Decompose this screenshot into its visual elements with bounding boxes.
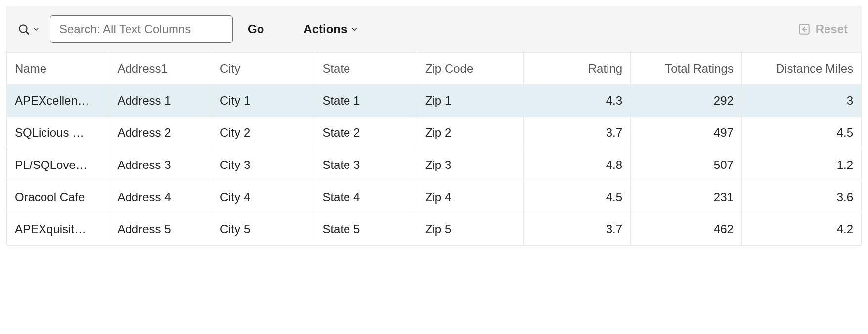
table-row[interactable]: APEXquisit…Address 5City 5State 5Zip 53.… xyxy=(7,213,862,246)
col-header-rating[interactable]: Rating xyxy=(524,53,631,85)
cell-total-ratings: 231 xyxy=(631,181,742,213)
col-header-city[interactable]: City xyxy=(212,53,314,85)
cell-distance: 3.6 xyxy=(741,181,861,213)
cell-address1: Address 3 xyxy=(109,149,212,181)
cell-total-ratings: 292 xyxy=(631,85,742,117)
cell-total-ratings: 497 xyxy=(631,117,742,149)
actions-menu-button[interactable]: Actions xyxy=(299,18,364,40)
cell-state: State 4 xyxy=(314,181,417,213)
chevron-down-icon xyxy=(32,25,40,33)
col-header-distance[interactable]: Distance Miles xyxy=(741,53,861,85)
go-button[interactable]: Go xyxy=(243,18,269,40)
cell-state: State 1 xyxy=(314,85,417,117)
search-column-selector[interactable] xyxy=(17,23,40,36)
cell-total-ratings: 507 xyxy=(631,149,742,181)
chevron-down-icon xyxy=(350,25,359,34)
table-body: APEXcellen…Address 1City 1State 1Zip 14.… xyxy=(7,85,862,246)
cell-city: City 4 xyxy=(212,181,314,213)
cell-distance: 4.2 xyxy=(741,213,861,246)
cell-name: PL/SQLove… xyxy=(7,149,109,181)
reset-label: Reset xyxy=(816,22,848,36)
svg-line-1 xyxy=(26,32,29,34)
cell-rating: 4.5 xyxy=(524,181,631,213)
reset-button[interactable]: Reset xyxy=(795,22,851,37)
cell-zip: Zip 2 xyxy=(417,117,523,149)
col-header-total-ratings[interactable]: Total Ratings xyxy=(631,53,742,85)
cell-address1: Address 1 xyxy=(109,85,212,117)
cell-city: City 2 xyxy=(212,117,314,149)
cell-state: State 3 xyxy=(314,149,417,181)
cell-rating: 3.7 xyxy=(524,117,631,149)
reset-icon xyxy=(798,23,811,36)
results-table: Name Address1 City State Zip Code Rating… xyxy=(6,52,862,246)
table-row[interactable]: PL/SQLove…Address 3City 3State 3Zip 34.8… xyxy=(7,149,862,181)
cell-city: City 1 xyxy=(212,85,314,117)
cell-state: State 5 xyxy=(314,213,417,246)
cell-name: APEXquisit… xyxy=(7,213,109,246)
cell-distance: 4.5 xyxy=(741,117,861,149)
report-toolbar: Go Actions Reset xyxy=(6,6,862,52)
cell-rating: 4.8 xyxy=(524,149,631,181)
cell-distance: 3 xyxy=(741,85,861,117)
cell-state: State 2 xyxy=(314,117,417,149)
col-header-name[interactable]: Name xyxy=(7,53,109,85)
cell-rating: 3.7 xyxy=(524,213,631,246)
cell-total-ratings: 462 xyxy=(631,213,742,246)
table-header-row: Name Address1 City State Zip Code Rating… xyxy=(7,53,862,85)
table-row[interactable]: Oracool CafeAddress 4City 4State 4Zip 44… xyxy=(7,181,862,213)
search-icon xyxy=(17,23,30,36)
cell-address1: Address 2 xyxy=(109,117,212,149)
search-input[interactable] xyxy=(50,15,233,43)
cell-city: City 3 xyxy=(212,149,314,181)
cell-address1: Address 4 xyxy=(109,181,212,213)
col-header-address1[interactable]: Address1 xyxy=(109,53,212,85)
cell-name: SQLicious … xyxy=(7,117,109,149)
cell-zip: Zip 3 xyxy=(417,149,523,181)
cell-city: City 5 xyxy=(212,213,314,246)
cell-distance: 1.2 xyxy=(741,149,861,181)
cell-name: APEXcellen… xyxy=(7,85,109,117)
col-header-zip-code[interactable]: Zip Code xyxy=(417,53,523,85)
table-row[interactable]: APEXcellen…Address 1City 1State 1Zip 14.… xyxy=(7,85,862,117)
cell-zip: Zip 5 xyxy=(417,213,523,246)
cell-address1: Address 5 xyxy=(109,213,212,246)
cell-name: Oracool Cafe xyxy=(7,181,109,213)
interactive-report-region: Go Actions Reset Name Address1 xyxy=(6,6,862,246)
cell-zip: Zip 4 xyxy=(417,181,523,213)
cell-zip: Zip 1 xyxy=(417,85,523,117)
col-header-state[interactable]: State xyxy=(314,53,417,85)
cell-rating: 4.3 xyxy=(524,85,631,117)
table-row[interactable]: SQLicious …Address 2City 2State 2Zip 23.… xyxy=(7,117,862,149)
actions-label: Actions xyxy=(304,22,347,36)
